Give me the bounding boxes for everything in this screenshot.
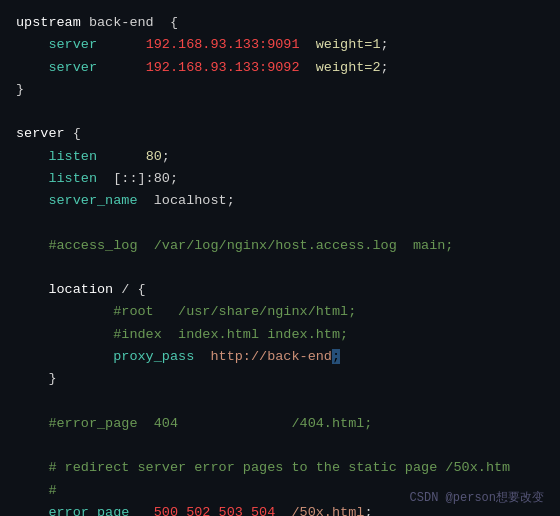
code-line-8: listen [::]:80; [16, 168, 544, 190]
code-line-12 [16, 257, 544, 279]
code-line-13: location / { [16, 279, 544, 301]
code-line-16: proxy_pass http://back-end; [16, 346, 544, 368]
code-line-17: } [16, 368, 544, 390]
code-line-19: #error_page 404 /404.html; [16, 413, 544, 435]
code-line-3: server 192.168.93.133:9092 weight=2; [16, 57, 544, 79]
code-line-20 [16, 435, 544, 457]
code-editor: upstream back-end { server 192.168.93.13… [0, 0, 560, 516]
code-line-1: upstream back-end { [16, 12, 544, 34]
code-line-18 [16, 391, 544, 413]
code-line-11: #access_log /var/log/nginx/host.access.l… [16, 235, 544, 257]
code-line-9: server_name localhost; [16, 190, 544, 212]
code-line-6: server { [16, 123, 544, 145]
code-line-7: listen 80; [16, 146, 544, 168]
code-line-4: } [16, 79, 544, 101]
code-line-2: server 192.168.93.133:9091 weight=1; [16, 34, 544, 56]
watermark: CSDN @person想要改变 [410, 489, 544, 506]
code-line-5 [16, 101, 544, 123]
code-line-10 [16, 212, 544, 234]
code-line-15: #index index.html index.htm; [16, 324, 544, 346]
code-line-21: # redirect server error pages to the sta… [16, 457, 544, 479]
code-line-14: #root /usr/share/nginx/html; [16, 301, 544, 323]
